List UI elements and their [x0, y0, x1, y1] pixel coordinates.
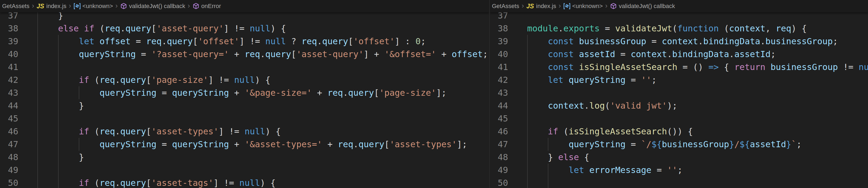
code-text[interactable]: ​	[37, 112, 489, 125]
indent-guide	[548, 163, 548, 177]
line-number[interactable]: 43	[490, 86, 508, 99]
code-line: 43​	[490, 86, 868, 99]
code-text[interactable]: queryString = `/${businessGroup}/${asset…	[527, 138, 868, 151]
code-text[interactable]: if (isSingleAssetSearch()) {​	[527, 125, 868, 138]
code-line: 40 queryString = '?asset-query=' + req.q…	[0, 48, 489, 61]
line-number[interactable]: 40	[490, 48, 508, 61]
breadcrumb-item[interactable]: onError	[192, 3, 221, 10]
code-lines: 37​38module.exports = validateJwt(functi…	[490, 12, 868, 188]
code-line: 38 else if (req.query['asset-query'] != …	[0, 22, 489, 35]
line-number[interactable]: 48	[0, 151, 18, 163]
line-number[interactable]: 44	[0, 99, 18, 112]
code-text[interactable]: queryString = '?asset-query=' + req.quer…	[37, 48, 489, 61]
code-text[interactable]: queryString = queryString + '&asset-type…	[37, 138, 489, 151]
line-number[interactable]: 50	[0, 177, 18, 188]
code-text[interactable]: }​	[37, 151, 489, 163]
code-text[interactable]: const assetId = context.bindingData.asse…	[527, 48, 868, 61]
line-number[interactable]: 46	[490, 125, 508, 138]
breadcrumb-item[interactable]: GetAssets	[492, 3, 519, 10]
indent-guide	[58, 151, 59, 163]
code-line: 46 if (isSingleAssetSearch()) {​	[490, 125, 868, 138]
code-text[interactable]: ​	[527, 112, 868, 125]
indent-guide	[37, 163, 38, 177]
line-number[interactable]: 40	[0, 48, 18, 61]
line-number[interactable]: 37	[0, 12, 18, 22]
line-number[interactable]: 44	[490, 99, 508, 112]
line-number[interactable]: 45	[0, 112, 18, 125]
indent-guide	[527, 35, 528, 48]
line-number[interactable]: 38	[490, 22, 508, 35]
line-number[interactable]: 49	[490, 163, 508, 177]
code-text[interactable]: let offset = req.query['offset'] != null…	[37, 35, 489, 48]
indent-guide	[58, 177, 59, 188]
line-number[interactable]: 49	[0, 163, 18, 177]
code-text[interactable]: let queryString = '';​	[527, 73, 868, 86]
code-text[interactable]: } else {​	[527, 151, 868, 163]
code-text[interactable]: let errorMessage = '';​	[527, 163, 868, 177]
code-text[interactable]: const businessGroup = context.bindingDat…	[527, 35, 868, 48]
code-line: 49​	[0, 163, 489, 177]
code-line: 39 const businessGroup = context.binding…	[490, 35, 868, 48]
line-number[interactable]: 42	[490, 73, 508, 86]
code-text[interactable]: ​	[527, 12, 868, 22]
line-number[interactable]: 50	[490, 177, 508, 188]
js-file-icon: JS	[36, 3, 44, 10]
breadcrumb-separator-icon: ›	[69, 0, 71, 12]
code-editor[interactable]: 37​38module.exports = validateJwt(functi…	[490, 12, 868, 188]
indent-guide	[37, 12, 38, 22]
editor-pane-right: GetAssets›JSindex.js›<unknown>›validateJ…	[490, 0, 868, 188]
code-line: 37 }​	[0, 12, 489, 22]
line-number[interactable]: 43	[0, 86, 18, 99]
breadcrumb-item[interactable]: validateJwt() callback	[610, 3, 675, 10]
code-text[interactable]: if (req.query['asset-tags'] != null) {​	[37, 177, 489, 188]
code-text[interactable]: else if (req.query['asset-query'] != nul…	[37, 22, 489, 35]
code-text[interactable]: ​	[37, 163, 489, 177]
line-number[interactable]: 42	[0, 73, 18, 86]
line-number[interactable]: 39	[0, 35, 18, 48]
code-text[interactable]: ​	[527, 86, 868, 99]
code-text[interactable]: queryString = queryString + '&page-size=…	[37, 86, 489, 99]
line-number[interactable]: 39	[490, 35, 508, 48]
code-text[interactable]: ​	[527, 177, 868, 188]
line-number[interactable]: 47	[490, 138, 508, 151]
breadcrumb-label: GetAssets	[492, 3, 519, 10]
breadcrumb-item[interactable]: JSindex.js	[526, 3, 556, 10]
breadcrumb-label: <unknown>	[83, 3, 113, 10]
breadcrumb-item[interactable]: GetAssets	[2, 3, 29, 10]
breadcrumb-item[interactable]: <unknown>	[563, 3, 603, 10]
line-number[interactable]: 41	[490, 61, 508, 73]
code-text[interactable]: if (req.query['page-size'] != null) {​	[37, 73, 489, 86]
code-line: 42 let queryString = '';​	[490, 73, 868, 86]
breadcrumb: GetAssets›JSindex.js›<unknown>›validateJ…	[490, 0, 868, 12]
code-text[interactable]: if (req.query['asset-types'] != null) {​	[37, 125, 489, 138]
indent-guide	[58, 138, 59, 151]
line-number[interactable]: 47	[0, 138, 18, 151]
line-number[interactable]: 46	[0, 125, 18, 138]
code-line: 45​	[0, 112, 489, 125]
code-editor[interactable]: 37 }​38 else if (req.query['asset-query'…	[0, 12, 489, 188]
line-number[interactable]: 41	[0, 61, 18, 73]
module-symbol-icon	[563, 3, 570, 10]
indent-guide	[527, 99, 528, 112]
indent-guide	[58, 163, 59, 177]
indent-guide	[58, 61, 59, 73]
indent-guide	[37, 99, 38, 112]
breadcrumb-item[interactable]: <unknown>	[74, 3, 113, 10]
code-text[interactable]: context.log('valid jwt');​	[527, 99, 868, 112]
code-text[interactable]: }​	[37, 99, 489, 112]
line-number[interactable]: 38	[0, 22, 18, 35]
code-text[interactable]: ​	[37, 61, 489, 73]
code-text[interactable]: module.exports = validateJwt(function (c…	[527, 22, 868, 35]
breadcrumb-label: index.js	[46, 3, 66, 10]
breadcrumb-item[interactable]: validateJwt() callback	[120, 3, 185, 10]
line-number[interactable]: 48	[490, 151, 508, 163]
breadcrumb-item[interactable]: JSindex.js	[36, 3, 66, 10]
line-number[interactable]: 45	[490, 112, 508, 125]
code-line: 37​	[490, 12, 868, 22]
indent-guide	[527, 61, 528, 73]
code-text[interactable]: const isSingleAssetSearch = () => { retu…	[527, 61, 868, 73]
code-text[interactable]: }​	[37, 12, 489, 22]
indent-guide	[37, 177, 38, 188]
breadcrumb-label: validateJwt() callback	[619, 3, 675, 10]
line-number[interactable]: 37	[490, 12, 508, 22]
